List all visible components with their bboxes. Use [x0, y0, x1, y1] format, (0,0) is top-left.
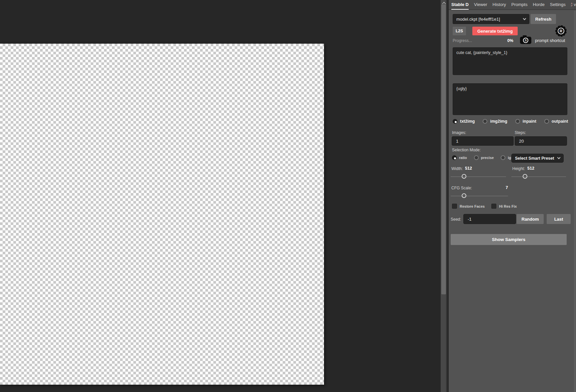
smart-preset-value: Select Smart Preset — [515, 156, 558, 161]
width-label: Width: — [451, 166, 463, 171]
progress-row: Progress... 0% — [453, 38, 513, 44]
radio-img2img[interactable] — [483, 119, 487, 124]
cfg-scale-label: CFG Scale: — [451, 186, 472, 190]
scrollbar-thumb[interactable] — [441, 4, 446, 294]
radio-precise-label: precise — [481, 156, 494, 160]
l2s-button[interactable]: L2S — [453, 27, 466, 35]
tab-stable-diffusion[interactable]: Stable D — [451, 0, 469, 10]
restore-faces-checkbox[interactable] — [452, 204, 457, 209]
generate-txt2img-button[interactable]: Generate txt2img — [472, 27, 518, 35]
tab-horde[interactable]: Horde — [533, 0, 544, 10]
cfg-slider-track — [451, 196, 508, 196]
refresh-button[interactable]: Refresh — [531, 14, 556, 24]
show-samplers-button[interactable]: Show Samplers — [451, 234, 567, 245]
cfg-slider-thumb[interactable] — [462, 193, 466, 198]
selection-mode-group: ratio precise ignore — [452, 155, 519, 160]
hi-res-fix-checkbox[interactable] — [491, 204, 496, 209]
width-slider-track — [451, 176, 506, 177]
hi-res-fix-label: Hi Res Fix — [499, 204, 517, 208]
negative-prompt-input[interactable]: {ugly} — [453, 83, 567, 115]
radio-txt2img[interactable] — [453, 119, 457, 124]
plugin-logo: A P — [571, 2, 573, 7]
smart-preset-select[interactable]: Select Smart Preset — [511, 154, 564, 163]
radio-inpaint[interactable] — [515, 119, 520, 124]
tab-prompts[interactable]: Prompts — [511, 0, 527, 10]
tab-history[interactable]: History — [493, 0, 506, 10]
selection-mode-label: Selection Mode: — [452, 148, 481, 152]
scroll-up-icon[interactable] — [442, 2, 445, 4]
radio-outpaint[interactable] — [544, 119, 549, 124]
radio-precise[interactable] — [474, 155, 479, 160]
model-select-value: model.ckpt [fe4efff1e1] — [456, 17, 523, 22]
radio-ignore[interactable] — [501, 155, 505, 160]
positive-prompt-input[interactable]: cute cat, {painterly_style_1} — [453, 47, 567, 75]
tab-settings[interactable]: Settings — [550, 0, 566, 10]
snapshot-camera-icon[interactable]: S — [520, 35, 531, 44]
height-slider-track — [511, 176, 566, 177]
settings-gear-icon[interactable]: R — [556, 26, 566, 36]
last-seed-button[interactable]: Last — [547, 214, 571, 224]
version-box: A P v1.1.0 — [571, 2, 576, 7]
workarea-scrollbar[interactable] — [441, 0, 447, 392]
random-seed-button[interactable]: Random — [517, 214, 544, 224]
prompt-shortcut-label: prompt shortcut — [535, 38, 565, 43]
radio-ratio[interactable] — [452, 155, 457, 160]
height-label: Height: — [512, 166, 525, 171]
stable-diffusion-panel: Stable D Viewer History Prompts Horde Se… — [449, 0, 576, 392]
generation-mode-group: txt2img img2img inpaint outpaint — [453, 119, 568, 124]
progress-label: Progress... — [453, 38, 472, 43]
steps-label: Steps: — [515, 130, 526, 135]
restore-faces-label: Restore Faces — [460, 204, 485, 208]
steps-input[interactable] — [515, 136, 567, 146]
width-value: 512 — [465, 166, 472, 171]
images-input[interactable] — [452, 136, 514, 146]
radio-inpaint-label: inpaint — [523, 119, 536, 124]
camera-lens-badge: S — [523, 38, 528, 43]
radio-ratio-label: ratio — [459, 156, 467, 160]
cfg-slider[interactable] — [451, 193, 508, 199]
height-value: 512 — [527, 166, 534, 171]
panel-scrollbar[interactable] — [574, 11, 576, 392]
panel-tabbar: Stable D Viewer History Prompts Horde Se… — [449, 0, 576, 10]
canvas-workarea — [0, 0, 441, 392]
seed-label: Seed: — [451, 217, 461, 222]
fix-toggles-row: Restore Faces Hi Res Fix — [452, 204, 517, 209]
document-canvas-transparent[interactable] — [0, 44, 324, 385]
images-label: Images: — [452, 130, 466, 135]
gear-badge: R — [558, 28, 564, 34]
height-slider-thumb[interactable] — [523, 174, 527, 179]
radio-outpaint-label: outpaint — [552, 119, 568, 124]
version-label: v1.1.0 — [574, 2, 576, 7]
cfg-scale-value: 7 — [506, 185, 508, 190]
seed-input[interactable] — [463, 214, 516, 224]
width-slider[interactable] — [451, 174, 506, 180]
photoshop-workspace: Stable D Viewer History Prompts Horde Se… — [0, 0, 576, 392]
radio-img2img-label: img2img — [490, 119, 507, 124]
progress-percent: 0% — [507, 38, 513, 43]
chevron-down-icon — [523, 17, 526, 20]
chevron-down-icon — [557, 156, 561, 159]
model-select[interactable]: model.ckpt [fe4efff1e1] — [453, 14, 529, 24]
radio-txt2img-label: txt2img — [460, 119, 475, 124]
height-slider[interactable] — [511, 174, 566, 180]
tab-viewer[interactable]: Viewer — [474, 0, 487, 10]
width-slider-thumb[interactable] — [462, 174, 466, 179]
